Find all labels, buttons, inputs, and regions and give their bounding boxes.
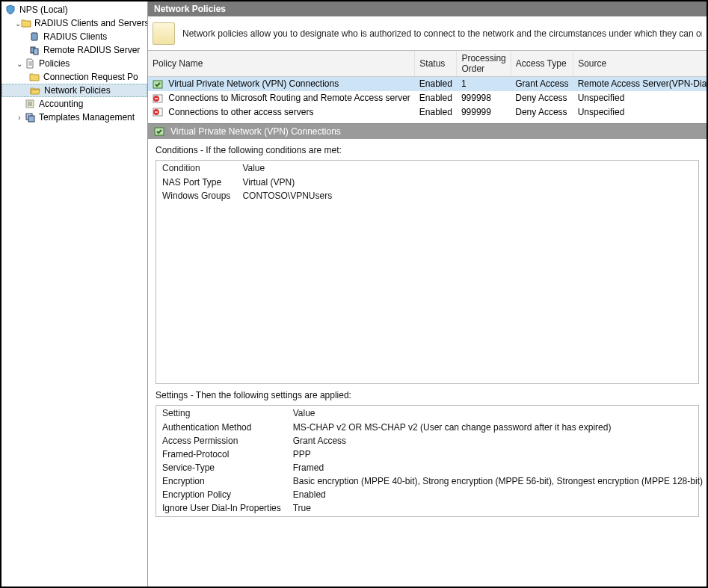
folder-icon [21, 17, 31, 29]
setting-row[interactable]: Encryption Policy Enabled [156, 488, 707, 501]
setting-name: Service-Type [156, 461, 287, 474]
col-condition[interactable]: Condition [156, 161, 236, 176]
setting-name: Encryption Policy [156, 488, 287, 501]
condition-row[interactable]: Windows Groups CONTOSO\VPNUsers [156, 189, 698, 202]
col-source[interactable]: Source [573, 51, 707, 77]
setting-name: Framed-Protocol [156, 448, 287, 461]
policy-deny-icon [153, 93, 164, 104]
cell-status: Enabled [415, 91, 457, 105]
templates-icon [24, 111, 36, 123]
conditions-panel: Conditions - If the following conditions… [148, 139, 707, 390]
settings-panel: Settings - Then the following settings a… [148, 390, 707, 523]
folder-open-icon [29, 84, 41, 96]
tree-item-label: Accounting [37, 99, 83, 109]
nav-tree[interactable]: NPS (Local) ⌄ RADIUS Clients and Servers… [1, 1, 148, 587]
main-pane: Network Policies Network policies allow … [148, 1, 707, 587]
chevron-down-icon[interactable]: ⌄ [15, 60, 24, 68]
document-icon [24, 58, 36, 69]
selected-policy-bar: Virtual Private Network (VPN) Connection… [148, 123, 707, 139]
cell-order: 999998 [457, 91, 511, 105]
setting-name: Authentication Method [156, 421, 287, 434]
setting-row[interactable]: Service-Type Framed [156, 461, 707, 474]
setting-value: True [287, 501, 707, 515]
info-banner-text: Network policies allow you to designate … [182, 28, 702, 39]
tree-item-label: Policies [37, 58, 70, 69]
tree-item-label: Network Policies [43, 85, 111, 96]
cell-name: Connections to Microsoft Routing and Rem… [168, 93, 410, 103]
server-group-icon [28, 44, 40, 56]
cell-access: Grant Access [511, 77, 573, 91]
cell-access: Deny Access [511, 105, 573, 120]
cell-access: Deny Access [511, 91, 573, 105]
cell-order: 1 [457, 77, 511, 91]
svg-rect-2 [34, 49, 38, 55]
cell-order: 999999 [457, 105, 511, 120]
settings-box[interactable]: Setting Value Authentication Method MS-C… [156, 405, 699, 517]
tree-root-label: NPS (Local) [18, 4, 68, 15]
tree-item-label: RADIUS Clients [42, 31, 107, 42]
tree-root-nps[interactable]: NPS (Local) [1, 3, 147, 16]
setting-value: Framed [287, 461, 707, 474]
setting-row[interactable]: Framed-Protocol PPP [156, 448, 707, 461]
condition-value: CONTOSO\VPNUsers [236, 189, 698, 202]
setting-name: Ignore User Dial-In Properties [156, 501, 287, 515]
table-row[interactable]: Connections to Microsoft Routing and Rem… [148, 91, 707, 105]
tree-network-policies[interactable]: Network Policies [1, 84, 147, 97]
col-order[interactable]: Processing Order [457, 51, 511, 77]
conditions-box[interactable]: Condition Value NAS Port Type Virtual (V… [156, 160, 699, 384]
table-row[interactable]: Connections to other access servers Enab… [148, 105, 707, 120]
col-setting-value[interactable]: Value [287, 406, 707, 421]
setting-value: Grant Access [287, 434, 707, 448]
col-cond-value[interactable]: Value [236, 161, 698, 176]
tree-radius-clients[interactable]: RADIUS Clients [1, 30, 147, 43]
tree-remote-radius[interactable]: Remote RADIUS Server [1, 43, 147, 57]
cell-source: Remote Access Server(VPN-Dial up) [573, 77, 707, 91]
setting-row[interactable]: Encryption Basic encryption (MPPE 40-bit… [156, 474, 707, 488]
tree-accounting[interactable]: Accounting [1, 97, 147, 111]
chevron-down-icon[interactable]: ⌄ [15, 19, 21, 28]
chevron-right-icon[interactable]: › [15, 114, 24, 122]
svg-rect-5 [28, 116, 34, 122]
setting-value: Basic encryption (MPPE 40-bit), Strong e… [287, 474, 707, 488]
setting-name: Encryption [156, 474, 287, 488]
policies-table[interactable]: Policy Name Status Processing Order Acce… [148, 51, 707, 119]
selected-policy-name: Virtual Private Network (VPN) Connection… [170, 126, 341, 137]
setting-row[interactable]: Authentication Method MS-CHAP v2 OR MS-C… [156, 421, 707, 434]
setting-name: Access Permission [156, 434, 287, 448]
cell-status: Enabled [415, 105, 457, 120]
page-title: Network Policies [154, 4, 226, 14]
col-status[interactable]: Status [415, 51, 457, 77]
col-access[interactable]: Access Type [511, 51, 573, 77]
conditions-heading: Conditions - If the following conditions… [156, 145, 699, 155]
policy-deny-icon [153, 107, 164, 117]
tree-policies-group[interactable]: ⌄ Policies [1, 57, 147, 70]
tree-item-label: Remote RADIUS Server [42, 45, 140, 55]
condition-row[interactable]: NAS Port Type Virtual (VPN) [156, 176, 698, 189]
policy-allow-icon [154, 126, 166, 137]
condition-name: Windows Groups [156, 189, 236, 202]
cell-status: Enabled [415, 77, 457, 91]
folder-icon [28, 71, 40, 83]
cell-source: Unspecified [573, 91, 707, 105]
col-setting[interactable]: Setting [156, 406, 287, 421]
cell-source: Unspecified [573, 105, 707, 120]
cell-name: Virtual Private Network (VPN) Connection… [168, 78, 339, 89]
ledger-icon [24, 98, 36, 110]
tree-radius-group[interactable]: ⌄ RADIUS Clients and Servers [1, 16, 147, 30]
tree-item-label: Templates Management [37, 112, 135, 123]
setting-value: MS-CHAP v2 OR MS-CHAP v2 (User can chang… [287, 421, 707, 434]
cell-name: Connections to other access servers [168, 107, 313, 117]
server-icon [28, 31, 40, 43]
info-banner: Network policies allow you to designate … [148, 16, 707, 51]
policy-allow-icon [153, 79, 164, 90]
setting-value: PPP [287, 448, 707, 461]
col-policy-name[interactable]: Policy Name [148, 51, 415, 77]
setting-row[interactable]: Ignore User Dial-In Properties True [156, 501, 707, 515]
page-title-bar: Network Policies [148, 1, 707, 16]
tree-connection-request[interactable]: Connection Request Po [1, 70, 147, 84]
condition-value: Virtual (VPN) [236, 176, 698, 189]
setting-row[interactable]: Access Permission Grant Access [156, 434, 707, 448]
table-row[interactable]: Virtual Private Network (VPN) Connection… [148, 77, 707, 91]
settings-heading: Settings - Then the following settings a… [156, 390, 699, 400]
tree-templates-management[interactable]: › Templates Management [1, 111, 147, 124]
